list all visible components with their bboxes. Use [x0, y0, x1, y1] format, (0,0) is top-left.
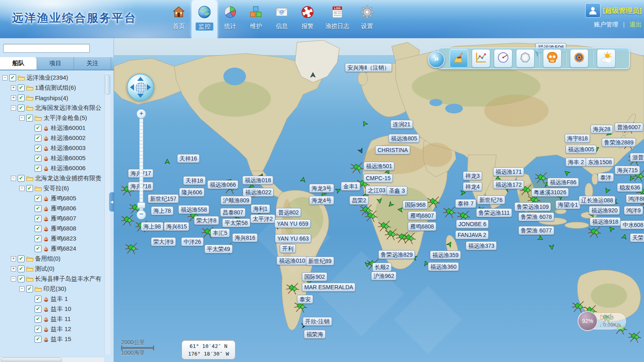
- region-select-button[interactable]: [516, 49, 535, 68]
- vessel-label[interactable]: 新世纪157: [148, 194, 179, 203]
- vessel-label[interactable]: 鲁荣远渔109: [514, 202, 551, 211]
- vessel-label[interactable]: 福远渔360: [428, 262, 459, 271]
- vessel-label[interactable]: 沪渔962: [371, 272, 396, 280]
- vessel-label[interactable]: 海龙3号: [309, 184, 334, 193]
- collapse-minus-icon[interactable]: −: [19, 115, 25, 121]
- weather-button[interactable]: [597, 49, 615, 68]
- tree-horizontal-scrollbar[interactable]: [0, 357, 104, 362]
- vessel-label[interactable]: 鲁荣渔2889: [602, 138, 636, 147]
- tree-item[interactable]: ✔益丰 12: [0, 324, 104, 334]
- vessel-label[interactable]: 福远渔066: [207, 180, 238, 189]
- typhoon-button[interactable]: [570, 49, 588, 68]
- vessel-label[interactable]: 平太荣49: [204, 245, 233, 253]
- pan-down-arrow[interactable]: [137, 94, 144, 98]
- vessel-label[interactable]: 荣大洋9: [151, 237, 176, 246]
- tree-item[interactable]: ✔益丰 10: [0, 304, 104, 314]
- vessel-cluster-marker[interactable]: [286, 282, 299, 297]
- expand-plus-icon[interactable]: +: [11, 256, 16, 261]
- tree-item[interactable]: +✔1通信测试组(6): [0, 83, 104, 93]
- vessel-label[interactable]: 福远渔918: [590, 217, 621, 226]
- tree-item[interactable]: +✔测试(0): [0, 264, 104, 274]
- checkbox[interactable]: ✔: [26, 185, 33, 192]
- checkbox[interactable]: ✔: [35, 336, 41, 343]
- vessel-label[interactable]: 泰洋: [598, 173, 614, 182]
- checkbox[interactable]: ✔: [35, 195, 41, 202]
- vessel-cluster-marker[interactable]: [427, 195, 440, 210]
- vessel-label[interactable]: 安兴海Ⅱ（注销）: [345, 63, 392, 72]
- vessel-label[interactable]: 开利: [280, 244, 296, 253]
- vessel-label[interactable]: 福远渔920: [589, 206, 620, 215]
- vessel-label[interactable]: 国际902: [302, 272, 327, 281]
- vessel-label[interactable]: 天祥16: [177, 154, 200, 163]
- vessel-cluster-marker[interactable]: [402, 231, 416, 247]
- vessel-label[interactable]: 福远渔373: [466, 241, 497, 250]
- checkbox[interactable]: ✔: [18, 105, 25, 111]
- nav-item-fishlog[interactable]: LOG渔捞日志: [320, 0, 354, 38]
- vessel-label[interactable]: 开欣-注销: [303, 317, 332, 326]
- tree-item[interactable]: ✔桂远渔60005: [0, 153, 104, 163]
- history-playback-button[interactable]: [494, 49, 512, 68]
- vessel-label[interactable]: 海利1: [251, 204, 270, 213]
- checkbox[interactable]: ✔: [35, 225, 41, 232]
- tree-item[interactable]: ✔桂远渔60002: [0, 133, 104, 143]
- tree-item[interactable]: ✔益丰 11: [0, 314, 104, 324]
- vessel-label[interactable]: 海上78: [151, 206, 173, 215]
- collapse-minus-icon[interactable]: −: [11, 176, 16, 181]
- vessel-label[interactable]: 海兴28: [590, 125, 613, 134]
- checkbox[interactable]: ✔: [35, 235, 41, 242]
- expand-plus-icon[interactable]: +: [11, 95, 16, 101]
- tree-item[interactable]: ✔雁鸣6806: [0, 204, 104, 214]
- checkbox[interactable]: ✔: [35, 165, 41, 172]
- expand-toolbar-button[interactable]: »: [428, 51, 445, 68]
- checkbox[interactable]: ✔: [35, 215, 41, 222]
- tree-item[interactable]: −✔长海县獐子岛益丰水产有: [0, 274, 104, 284]
- vessel-label[interactable]: 福远渔172: [493, 180, 524, 189]
- vessel-cluster-marker[interactable]: [125, 241, 138, 257]
- vessel-label[interactable]: YAN YU 663: [275, 234, 311, 243]
- vessel-ship-marker[interactable]: [364, 259, 370, 267]
- vessel-cluster-marker[interactable]: [121, 213, 134, 228]
- vessel-label[interactable]: 稳发636: [617, 183, 642, 192]
- checkbox[interactable]: ✔: [35, 125, 41, 132]
- zoom-out-button[interactable]: −: [136, 210, 146, 220]
- vessel-label[interactable]: 鲁荣远渔111: [476, 208, 512, 217]
- vessel-label[interactable]: 海兴816: [232, 233, 258, 242]
- nav-item-monitor[interactable]: 监控: [192, 0, 217, 38]
- checkbox[interactable]: ✔: [35, 245, 41, 252]
- vessel-label[interactable]: 国际968: [402, 200, 428, 209]
- vessel-label[interactable]: 泰祥 7: [455, 199, 476, 208]
- checkbox[interactable]: ✔: [35, 135, 41, 142]
- map-canvas[interactable]: 福远渔506安兴海Ⅱ（注销）天祥16海兴717海兴718天祥18隆兴606福远渔…: [114, 38, 644, 362]
- checkbox[interactable]: ✔: [18, 84, 25, 91]
- tree-item[interactable]: −✔印尼(30): [0, 284, 104, 294]
- tree-item[interactable]: ✔雁鸣6805: [0, 193, 104, 204]
- checkbox[interactable]: ✔: [35, 316, 41, 323]
- vessel-label[interactable]: 鲁荣渔 6077: [518, 226, 554, 235]
- clear-tracks-button[interactable]: [450, 49, 468, 68]
- vessel-label[interactable]: 福远渔558: [178, 205, 209, 214]
- vessel-ship-marker[interactable]: [376, 195, 383, 204]
- vessel-label[interactable]: 鸿洋88: [626, 194, 644, 203]
- scrollbar-thumb[interactable]: [1, 358, 62, 362]
- vessel-label[interactable]: 福远渔010: [277, 256, 308, 265]
- vessel-ship-marker[interactable]: [164, 159, 170, 167]
- vessel-label[interactable]: JONOBE 6: [456, 220, 489, 228]
- vessel-label[interactable]: 普渔6007: [615, 123, 643, 132]
- vessel-label[interactable]: 之江03: [365, 186, 388, 195]
- collapse-minus-icon[interactable]: −: [11, 105, 16, 111]
- vessel-label[interactable]: 东渔1508: [586, 158, 614, 167]
- vessel-label[interactable]: 海兴715: [615, 166, 640, 175]
- vessel-label[interactable]: 雁鸣6807: [408, 211, 436, 220]
- tree-vertical-scrollbar[interactable]: [104, 73, 110, 354]
- vessel-label[interactable]: 平太荣58: [222, 218, 250, 227]
- vessel-label[interactable]: 粤遂溪31026: [531, 188, 569, 197]
- checkbox[interactable]: ✔: [35, 326, 41, 333]
- nav-item-alarm[interactable]: 报警: [295, 0, 320, 38]
- pan-left-arrow[interactable]: [130, 84, 134, 90]
- vessel-label[interactable]: 中水608: [620, 220, 644, 229]
- vessel-label[interactable]: 太平洋2: [250, 214, 275, 223]
- vessel-cluster-marker[interactable]: [364, 209, 378, 224]
- vessel-label[interactable]: 福远渔501: [363, 162, 394, 171]
- pan-up-arrow[interactable]: [137, 77, 144, 81]
- pan-center-globe-icon[interactable]: [136, 82, 146, 93]
